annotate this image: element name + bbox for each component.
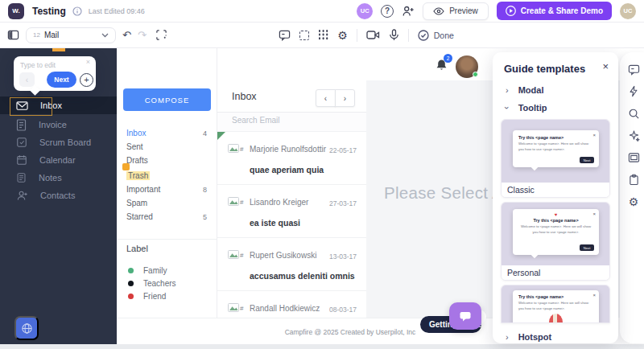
- next-button[interactable]: Next: [47, 72, 76, 88]
- sidebar-item-label: Invoice: [39, 120, 67, 129]
- email-row[interactable]: # Marjorie Runolfsdottir 22-05-17 quae a…: [217, 132, 366, 185]
- prev-page-button[interactable]: ‹: [316, 89, 336, 107]
- user-avatar[interactable]: UC: [620, 3, 636, 19]
- sidebar-item-calendar[interactable]: Calendar: [0, 151, 117, 169]
- video-camera-icon[interactable]: [366, 30, 380, 40]
- invoice-icon: [16, 119, 27, 131]
- eye-icon: [433, 7, 444, 15]
- page-name: Mail: [44, 31, 97, 39]
- label-family[interactable]: Family: [117, 264, 217, 277]
- workspace-logo[interactable]: W.: [8, 3, 24, 19]
- folder-spam[interactable]: Spam: [117, 196, 217, 210]
- mini-tooltip-personal: ♥ × Try this <page name> Welcome to <pag…: [513, 209, 599, 255]
- demo-canvas: Inbox Invoice Scrum Board: [0, 48, 644, 349]
- chevron-right-icon: ›: [506, 85, 509, 95]
- back-button[interactable]: ‹: [19, 72, 35, 87]
- template-card-balloon[interactable]: Try this <page name> × Welcome to <page …: [501, 285, 610, 323]
- folder-important[interactable]: Important 8: [117, 183, 217, 196]
- modal-icon[interactable]: [620, 150, 644, 166]
- chat-launcher-button[interactable]: [449, 302, 481, 330]
- gear-icon[interactable]: ⚙: [337, 30, 348, 41]
- collaborator-avatar[interactable]: UC: [357, 3, 373, 19]
- tooltip-text-placeholder[interactable]: Type to edit: [20, 61, 56, 69]
- email-date: 08-03-17: [329, 306, 357, 314]
- tooltip-comment-icon[interactable]: [279, 29, 291, 41]
- folder-starred[interactable]: Starred 5: [117, 210, 217, 224]
- chevron-down-icon: ›: [502, 106, 512, 109]
- sidebar-item-contacts[interactable]: Contacts: [0, 187, 117, 204]
- selection-area-icon[interactable]: [299, 31, 309, 40]
- preview-button[interactable]: Preview: [423, 2, 489, 20]
- email-row[interactable]: # Rupert Gusikowski 13-03-17 accusamus d…: [217, 238, 366, 291]
- folder-trash[interactable]: Trash: [117, 169, 217, 183]
- microphone-icon[interactable]: [389, 29, 399, 41]
- contacts-icon: [16, 190, 28, 201]
- mini-next-button: Next: [580, 244, 594, 251]
- section-tooltip[interactable]: › Tooltip: [493, 99, 618, 117]
- broken-image-icon: #: [228, 303, 243, 312]
- language-globe-button[interactable]: [14, 316, 39, 340]
- folder-drafts[interactable]: Drafts: [117, 154, 217, 167]
- notifications-bell-icon[interactable]: 2: [436, 59, 448, 72]
- redo-button[interactable]: ↷: [138, 30, 147, 40]
- clipboard-icon[interactable]: [620, 172, 644, 188]
- search-icon[interactable]: [620, 105, 644, 121]
- sidebar-toggle-icon[interactable]: [7, 29, 19, 41]
- template-name: Personal: [502, 265, 609, 281]
- sidebar-item-label: Calendar: [39, 155, 76, 165]
- template-card-personal[interactable]: ♥ × Try this <page name> Welcome to <pag…: [501, 202, 610, 281]
- flash-icon[interactable]: [620, 84, 644, 100]
- email-row[interactable]: # Randall Hodkiewicz 08-03-17: [217, 291, 366, 318]
- sidebar-item-notes[interactable]: Notes: [0, 169, 117, 187]
- broken-image-icon: #: [228, 250, 243, 259]
- mini-next-button: Next: [580, 157, 594, 163]
- hotspot-beacon[interactable]: [122, 163, 130, 170]
- toolbar-divider: [357, 29, 357, 42]
- tooltip-editor-popup[interactable]: Type to edit × ‹ Next +: [14, 56, 96, 91]
- mail-profile-avatar[interactable]: [456, 55, 478, 78]
- email-list-header: Inbox ‹ ›: [217, 80, 366, 113]
- template-preview: Try this <page name> × Welcome to <page …: [502, 285, 609, 323]
- invite-user-icon[interactable]: [402, 5, 415, 18]
- create-share-demo-button[interactable]: Create & Share Demo: [497, 2, 612, 20]
- gear-icon[interactable]: ⚙: [620, 194, 644, 210]
- email-row[interactable]: # Lisandro Kreiger 27-03-17 ea iste quas…: [217, 185, 366, 238]
- preview-label: Preview: [449, 6, 478, 15]
- add-step-button[interactable]: +: [80, 73, 93, 87]
- sidebar-item-scrum-board[interactable]: Scrum Board: [0, 133, 117, 151]
- compose-button[interactable]: COMPOSE: [123, 88, 211, 111]
- list-title: Inbox: [232, 91, 257, 102]
- close-icon[interactable]: ×: [602, 60, 609, 72]
- last-edited-status: Last Edited 09:46: [89, 7, 145, 15]
- chevron-right-icon: ›: [506, 332, 509, 342]
- undo-button[interactable]: ↶: [122, 30, 131, 40]
- email-sender: Rupert Gusikowski: [250, 251, 316, 260]
- template-card-classic[interactable]: Try this <page name> × Welcome to <page …: [501, 119, 610, 198]
- close-icon[interactable]: ×: [86, 58, 90, 66]
- label-friend[interactable]: Friend: [117, 289, 217, 302]
- capture-frame-icon[interactable]: [155, 29, 167, 41]
- done-button[interactable]: Done: [418, 30, 454, 41]
- play-icon: [506, 6, 516, 16]
- next-page-button[interactable]: ›: [335, 89, 355, 107]
- help-icon[interactable]: ?: [381, 5, 394, 18]
- email-list-column: Inbox ‹ › # Marjo: [217, 48, 366, 344]
- page-selector-dropdown[interactable]: 12 Mail: [26, 27, 116, 43]
- label-color-dot: [128, 268, 134, 273]
- info-icon: [72, 6, 82, 16]
- sidebar-item-invoice[interactable]: Invoice: [0, 116, 117, 133]
- close-icon: ×: [592, 293, 596, 298]
- tooltip-bubble-icon[interactable]: [620, 61, 644, 77]
- mail-app-sidebar: Inbox Invoice Scrum Board: [0, 48, 117, 344]
- section-hotspot[interactable]: › Hotspot: [493, 328, 618, 346]
- page-number: 12: [33, 31, 40, 39]
- section-modal[interactable]: › Modal: [493, 81, 618, 99]
- folder-inbox[interactable]: Inbox 4: [117, 126, 217, 140]
- grid-dots-icon[interactable]: [319, 30, 320, 31]
- label-teachers[interactable]: Teachers: [117, 277, 217, 289]
- search-input[interactable]: [232, 116, 353, 125]
- toolbar-divider: [408, 29, 409, 42]
- sparkles-ai-icon[interactable]: [620, 128, 644, 144]
- sidebar-item-label: Scrum Board: [39, 138, 91, 147]
- folder-sent[interactable]: Sent: [117, 140, 217, 154]
